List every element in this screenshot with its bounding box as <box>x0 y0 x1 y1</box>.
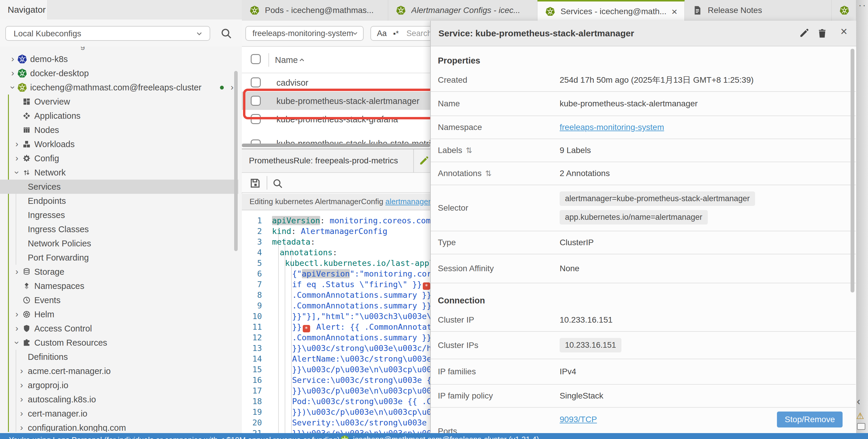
chevron-collapsed-icon[interactable]: › <box>13 151 21 165</box>
chevron-collapsed-icon[interactable]: › <box>18 364 25 378</box>
sidebar-item-access-control[interactable]: ›Access Control <box>0 322 238 336</box>
sidebar-item-demo-k8s[interactable]: ›demo-k8s <box>0 52 238 66</box>
sidebar-item-custom-resources[interactable]: ›Custom Resources <box>0 336 238 350</box>
horizontal-scrollbar[interactable] <box>242 143 430 147</box>
chevron-collapsed-icon[interactable]: › <box>18 378 25 392</box>
row-checkbox[interactable] <box>251 139 261 143</box>
sidebar-item-applications[interactable]: Applications <box>0 109 238 123</box>
sort-ascending-icon[interactable] <box>298 56 306 64</box>
sidebar-item-network-policies[interactable]: Network Policies <box>0 236 238 250</box>
sort-ascending-icon[interactable] <box>298 56 306 64</box>
sidebar-item-config[interactable]: ›Config <box>0 151 238 165</box>
chevron-collapsed-icon[interactable]: › <box>9 66 17 80</box>
chevron-collapsed-icon[interactable]: › <box>13 322 21 336</box>
table-row-kube-prometheus-stack-alertmanager[interactable]: kube-prometheus-stack-alertmanager <box>242 92 430 110</box>
save-icon[interactable] <box>249 177 261 189</box>
row-checkbox[interactable] <box>251 114 261 124</box>
trash-icon[interactable] <box>816 28 828 39</box>
close-icon[interactable]: × <box>840 25 847 38</box>
sidebar-item-icecheng-mathmast-com-freeleaps-cluster[interactable]: ›icecheng@mathmast.com@freeleaps-cluster… <box>0 80 238 95</box>
overflow-dots-icon: ·· <box>859 0 867 10</box>
sidebar-item-services[interactable]: Services <box>0 180 238 194</box>
sidebar-item-helm[interactable]: ›Helm <box>0 307 238 322</box>
tab-partial[interactable] <box>832 0 856 21</box>
dock-tab-prometheusrule[interactable]: PrometheusRule: freepeals-prod-metrics <box>242 149 414 173</box>
sidebar-item-nodes[interactable]: Nodes <box>0 123 238 137</box>
sidebar-item-endpoints[interactable]: Endpoints <box>0 194 238 208</box>
sidebar-item-ingress-classes[interactable]: Ingress Classes <box>0 222 238 236</box>
search-icon[interactable] <box>220 27 232 40</box>
sidebar-item-autoscaling-k8s-io[interactable]: ›autoscaling.k8s.io <box>0 392 238 406</box>
edit-pencil-icon[interactable] <box>799 28 809 38</box>
row-checkbox[interactable] <box>251 77 261 88</box>
regex-icon[interactable]: ▪* <box>393 29 399 38</box>
sidebar-item-argoproj-io[interactable]: ›argoproj.io <box>0 378 238 392</box>
yaml-editor[interactable]: 1apiVersion: monitoring.coreos.com/v12ki… <box>242 210 430 433</box>
tab-pods-icecheng-mathmas[interactable]: Pods - icecheng@mathmas... <box>242 0 388 21</box>
chevron-collapsed-icon[interactable]: › <box>18 406 25 421</box>
scrollbar-thumb[interactable] <box>242 143 430 147</box>
sidebar-item-events[interactable]: Events <box>0 293 238 307</box>
tab-services-icecheng-math[interactable]: Services - icecheng@math...× <box>537 0 685 21</box>
chevron-expanded-icon[interactable]: › <box>10 339 24 346</box>
chevron-collapsed-icon[interactable]: › <box>13 265 21 279</box>
sidebar-item-storage[interactable]: ›Storage <box>0 265 238 279</box>
sidebar-item-configuration-konghq-com[interactable]: ›configuration.konghq.com <box>0 421 238 432</box>
edit-pencil-icon[interactable] <box>418 156 429 166</box>
panel-scrollbar[interactable] <box>850 49 855 293</box>
sidebar-item-ingresses[interactable]: Ingresses <box>0 208 238 222</box>
editor-search-icon[interactable] <box>272 178 283 189</box>
sidebar-item-workloads[interactable]: ›Workloads <box>0 137 238 151</box>
sidebar-item-overview[interactable]: Overview <box>0 95 238 109</box>
chevron-collapsed-icon[interactable]: › <box>9 52 17 66</box>
table-row-kube-prometheus-stack-kube-state-metrics[interactable]: kube-prometheus-stack-kube-state-metrics <box>242 128 430 143</box>
match-case-icon[interactable]: Aa <box>377 29 387 38</box>
trash-icon[interactable] <box>816 28 828 39</box>
detail-row-label: Type <box>431 238 560 247</box>
sidebar-item-label: Overview <box>34 95 70 109</box>
sidebar-item-network[interactable]: ›Network <box>0 165 238 180</box>
chevron-collapsed-icon[interactable]: › <box>18 392 25 406</box>
code-token: AlertName:\u003c/strong\u003e <box>292 354 430 363</box>
chevron-expanded-icon[interactable]: › <box>10 169 24 176</box>
sidebar-item-definitions[interactable]: Definitions <box>0 350 238 364</box>
port-stop-remove-button[interactable]: Stop/Remove <box>777 411 843 428</box>
sidebar-item-acme-cert-manager-io[interactable]: ›acme.cert-manager.io <box>0 364 238 378</box>
editor-search-icon[interactable] <box>272 178 283 189</box>
code-line: annotations: <box>280 247 337 258</box>
search-input[interactable]: Aa ▪* Search <box>370 26 433 41</box>
alertmanagerconfig-link[interactable]: alertmanager <box>385 197 430 206</box>
table-row-cadvisor[interactable]: cadvisor <box>242 73 430 92</box>
column-header-name[interactable]: Name <box>275 47 298 73</box>
sidebar-item-namespaces[interactable]: Namespaces <box>0 279 238 293</box>
chevron-collapsed-icon[interactable]: › <box>13 137 21 151</box>
table-header <box>242 47 430 73</box>
table-row-kube-prometheus-stack-grafana[interactable]: kube-prometheus-stack-grafana <box>242 110 430 128</box>
row-name-cell: kube-prometheus-stack-grafana <box>276 114 398 124</box>
collapse-chevron-icon[interactable]: ‹ <box>857 395 860 408</box>
tab-alertmanager-configs-icec[interactable]: Alertmanager Configs - icec... <box>388 0 537 21</box>
chevron-collapsed-icon[interactable]: › <box>18 421 25 432</box>
active-cluster-status[interactable]: icecheng@mathmast.com@freeleaps-cluster … <box>340 435 539 439</box>
sidebar-item-cert-manager-io[interactable]: ›cert-manager.io <box>0 406 238 421</box>
sidebar-item-docker-desktop[interactable]: ›docker-desktop <box>0 66 238 80</box>
kubeconfig-dropdown[interactable]: Local Kubeconfigs <box>5 26 210 41</box>
namespace-dropdown[interactable]: freeleaps-monitoring-system <box>245 26 364 41</box>
namespace-link[interactable]: freeleaps-monitoring-system <box>560 123 664 132</box>
tab-release-notes[interactable]: Release Notes <box>685 0 832 21</box>
save-icon[interactable] <box>249 177 261 189</box>
edit-pencil-icon[interactable] <box>418 156 429 166</box>
sidebar-scrollbar[interactable] <box>234 71 238 251</box>
chevron-collapsed-icon[interactable]: › <box>13 307 21 322</box>
sort-toggle-icon[interactable]: ⇅ <box>485 169 492 178</box>
edit-pencil-icon[interactable] <box>799 28 809 38</box>
close-icon[interactable]: × <box>672 6 677 16</box>
port-link[interactable]: 9093/TCP <box>560 415 597 424</box>
select-all-checkbox[interactable] <box>251 54 261 64</box>
sidebar-item-port-forwarding[interactable]: Port Forwarding <box>0 250 238 265</box>
row-checkbox[interactable] <box>251 96 261 106</box>
sort-toggle-icon[interactable]: ⇅ <box>466 146 472 155</box>
search-icon[interactable] <box>220 27 232 40</box>
license-notice: You're using Lens Personal (for individu… <box>9 435 340 439</box>
detail-row-namespace: Namespacefreeleaps-monitoring-system <box>431 116 856 139</box>
